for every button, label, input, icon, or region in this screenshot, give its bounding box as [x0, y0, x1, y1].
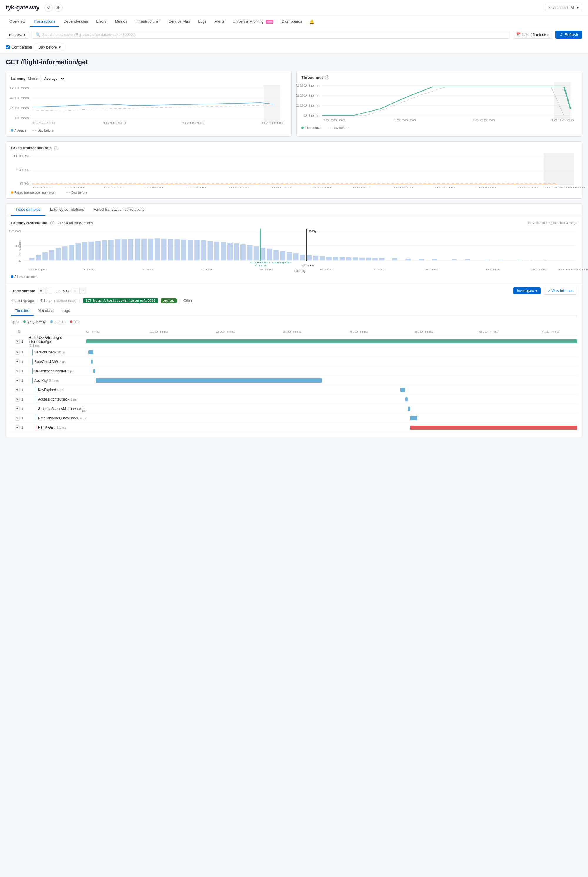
- trace-first-btn[interactable]: ⟨⟨: [38, 287, 44, 294]
- svg-rect-32: [544, 153, 574, 185]
- svg-rect-55: [29, 258, 34, 260]
- nav-dependencies[interactable]: Dependencies: [60, 16, 92, 27]
- expand-btn[interactable]: ∨: [15, 388, 20, 392]
- svg-rect-100: [326, 257, 332, 260]
- svg-text:200 tpm: 200 tpm: [296, 94, 320, 98]
- failed-rate-legend: Failed transaction rate (avg.) Day befor…: [11, 191, 577, 194]
- tab-trace-samples[interactable]: Trace samples: [11, 204, 45, 216]
- svg-text:7 ms: 7 ms: [254, 264, 267, 267]
- nav-errors[interactable]: Errors: [93, 16, 110, 27]
- expand-btn[interactable]: ∨: [15, 406, 20, 411]
- table-row: ∨ 1 AccessRightsCheck 1 µs: [11, 395, 577, 404]
- failed-rate-chart-area: 100% 50% 0% 15:55:00 15:56:00 15:57:00 1…: [11, 153, 577, 188]
- span-name: AuthKey: [34, 379, 48, 382]
- svg-rect-89: [254, 246, 259, 260]
- nav-dashboards[interactable]: Dashboards: [278, 16, 306, 27]
- nav-universal-profiling[interactable]: Universal Profiling New: [230, 16, 277, 27]
- expand-btn[interactable]: ∨: [15, 339, 20, 344]
- svg-text:15:55:00: 15:55:00: [32, 186, 52, 189]
- svg-text:5.0 ms: 5.0 ms: [414, 330, 434, 333]
- type-legend: Type tyk-gateway internal http: [11, 320, 577, 324]
- settings-gear-icon: ⚙: [17, 329, 21, 334]
- failed-rate-card: Failed transaction rate i 100% 50% 0% 15…: [6, 141, 582, 199]
- nav-logs[interactable]: Logs: [195, 16, 210, 27]
- trace-prev-btn[interactable]: ‹: [46, 287, 52, 294]
- span-duration: 2 µs: [68, 369, 74, 373]
- svg-text:16:03:00: 16:03:00: [352, 186, 372, 189]
- failed-rate-info-icon[interactable]: i: [54, 146, 58, 150]
- chevron-down-icon: ▾: [577, 5, 579, 10]
- span-name: GranularAccessMiddleware: [38, 407, 81, 411]
- tab-latency-correlations[interactable]: Latency correlations: [45, 204, 89, 216]
- trace-meta-row: 4 seconds ago | 7.1 ms (100% of trace) |…: [11, 298, 577, 303]
- expand-btn[interactable]: ∨: [15, 350, 20, 355]
- throughput-info-icon[interactable]: i: [325, 75, 329, 80]
- expand-btn[interactable]: ∨: [15, 425, 20, 430]
- date-picker[interactable]: 📅 Last 15 minutes: [513, 31, 553, 39]
- env-value: All: [571, 6, 574, 10]
- investigate-button[interactable]: Investigate ▾: [513, 287, 540, 294]
- trace-last-btn[interactable]: ⟩⟩: [80, 287, 86, 294]
- svg-text:0%: 0%: [20, 182, 29, 186]
- svg-rect-98: [313, 256, 318, 260]
- trace-sample-header: Trace sample ⟨⟨ ‹ 1 of 500 › ⟩⟩ Investig…: [11, 283, 577, 298]
- table-row: ∨ 1 KeyExpired 5 µs: [11, 385, 577, 395]
- tl-tab-metadata[interactable]: Metadata: [33, 306, 58, 316]
- nav-transactions[interactable]: Transactions: [30, 16, 59, 27]
- expand-btn[interactable]: ∨: [15, 360, 20, 364]
- expand-btn[interactable]: ∨: [15, 378, 20, 383]
- throughput-chart-legend: Throughput Day before: [302, 126, 577, 129]
- svg-rect-71: [135, 239, 140, 260]
- comparison-check-input[interactable]: [6, 45, 10, 49]
- svg-rect-67: [108, 240, 114, 260]
- svg-text:30 ms: 30 ms: [557, 268, 574, 271]
- comparison-label: Comparison: [12, 45, 32, 50]
- expand-btn[interactable]: ∨: [15, 416, 20, 421]
- expand-btn[interactable]: ∨: [15, 369, 20, 373]
- new-badge: New: [266, 20, 273, 24]
- svg-text:Current sample: Current sample: [250, 261, 291, 264]
- svg-rect-64: [89, 242, 94, 260]
- svg-text:3 ms: 3 ms: [141, 268, 154, 271]
- svg-text:16:01:00: 16:01:00: [271, 186, 292, 189]
- table-row: ∨ 1 GranularAccessMiddleware 1 µs: [11, 404, 577, 414]
- settings-icon-btn[interactable]: ⚙: [54, 3, 63, 12]
- environment-selector[interactable]: Environment All ▾: [545, 4, 582, 11]
- svg-rect-77: [174, 239, 180, 260]
- view-full-trace-button[interactable]: ↗ View full trace: [544, 287, 577, 295]
- tl-tab-logs[interactable]: Logs: [58, 306, 74, 316]
- table-row: ∨ 1 HTTP GET 3.1 ms: [11, 423, 577, 432]
- trace-age: 4 seconds ago: [11, 299, 34, 303]
- svg-rect-95: [293, 253, 299, 260]
- expand-btn[interactable]: ∨: [15, 397, 20, 402]
- nav-metrics[interactable]: Metrics: [111, 16, 131, 27]
- timeline-tabs: Timeline Metadata Logs: [11, 306, 577, 316]
- tl-tab-timeline[interactable]: Timeline: [11, 306, 33, 316]
- nav-infrastructure[interactable]: Infrastructure β: [132, 16, 164, 27]
- svg-rect-75: [161, 239, 167, 260]
- nav-service-map[interactable]: Service Map: [165, 16, 194, 27]
- svg-text:8 ms: 8 ms: [302, 264, 314, 267]
- search-icon: 🔍: [36, 32, 40, 37]
- tab-failed-transaction-correlations[interactable]: Failed transaction correlations: [89, 204, 149, 216]
- svg-rect-104: [353, 257, 358, 260]
- latency-metric-select[interactable]: Average P95 P99: [40, 75, 65, 82]
- svg-rect-91: [267, 249, 272, 260]
- comparison-day-select[interactable]: Day before ▾: [35, 44, 64, 51]
- latency-histogram[interactable]: 1000 10 1: [22, 229, 577, 268]
- comparison-checkbox[interactable]: Comparison: [6, 45, 32, 50]
- nav-alerts[interactable]: Alerts: [211, 16, 228, 27]
- refresh-button[interactable]: ↺ Refresh: [555, 31, 582, 39]
- table-row: ∨ 1 RateLimitAndQuotaCheck 4 µs: [11, 414, 577, 423]
- refresh-icon-btn[interactable]: ↺: [44, 3, 52, 12]
- svg-rect-62: [75, 244, 81, 260]
- latency-dist-info-icon[interactable]: i: [50, 221, 54, 225]
- nav-overview[interactable]: Overview: [6, 16, 29, 27]
- search-box[interactable]: 🔍 Search transactions (E.g. transaction.…: [32, 31, 510, 39]
- svg-rect-102: [340, 257, 345, 260]
- svg-rect-72: [141, 239, 147, 260]
- trace-next-btn[interactable]: ›: [72, 287, 78, 294]
- request-type-select[interactable]: request ▾: [6, 31, 29, 39]
- tabs-section: Trace samples Latency correlations Faile…: [6, 203, 582, 437]
- svg-text:15:59:00: 15:59:00: [185, 186, 206, 189]
